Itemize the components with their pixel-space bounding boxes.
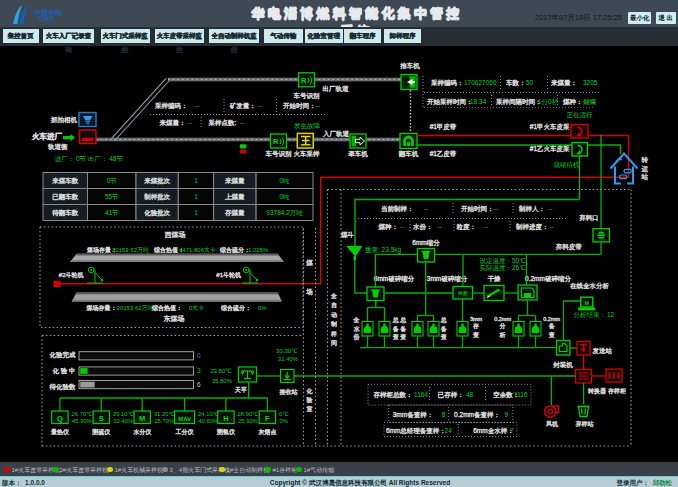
svg-text:煤场存量：: 煤场存量： [87, 305, 117, 312]
svg-text:查: 查 [549, 332, 555, 338]
svg-text:化验完成: 化验完成 [50, 351, 77, 359]
svg-text:制: 制 [331, 321, 337, 328]
svg-text:开始时间：: 开始时间： [461, 205, 494, 213]
svg-text:车号识别: 车号识别 [266, 150, 292, 158]
svg-text:采样编码：: 采样编码： [431, 79, 464, 86]
svg-text:来煤批次: 来煤批次 [144, 177, 171, 185]
svg-text:抓拍相机: 抓拍相机 [51, 116, 78, 124]
svg-text:水: 水 [354, 326, 360, 332]
svg-text:--: -- [548, 205, 552, 212]
svg-text:0节: 0节 [107, 177, 118, 184]
svg-text:测硫仪: 测硫仪 [91, 428, 110, 436]
svg-text:#1甲火车皮采: #1甲火车皮采 [530, 123, 570, 131]
svg-text:弃样站: 弃样站 [576, 420, 594, 428]
svg-text:Q: Q [57, 414, 63, 423]
svg-text:棒磨: 棒磨 [458, 290, 468, 296]
svg-text:31.20℃: 31.20℃ [154, 411, 176, 417]
svg-text:M: M [585, 300, 590, 306]
svg-text:来煤量：: 来煤量： [551, 79, 577, 86]
svg-text:天平: 天平 [235, 386, 247, 393]
svg-text:R: R [273, 137, 279, 146]
svg-text:推车机: 推车机 [400, 62, 420, 69]
svg-text:存: 存 [473, 323, 479, 329]
svg-text:备: 备 [549, 323, 555, 330]
svg-text:0℃: 0℃ [279, 411, 289, 417]
svg-text:F: F [265, 414, 270, 423]
svg-text:工分仪: 工分仪 [176, 428, 194, 435]
svg-text:重量: 23.5kg: 重量: 23.5kg [365, 246, 402, 254]
svg-text:火车进厂: 火车进厂 [31, 132, 63, 141]
svg-text:查: 查 [400, 334, 406, 340]
svg-text:化 验 中: 化 验 中 [52, 367, 75, 375]
svg-text:弃料口: 弃料口 [579, 214, 599, 222]
svg-text:站: 站 [642, 173, 649, 181]
svg-text:6mm缩分: 6mm缩分 [412, 239, 440, 247]
svg-text:正在运行: 正在运行 [567, 111, 594, 118]
svg-text:总: 总 [440, 317, 447, 323]
svg-text:1: 1 [194, 209, 198, 216]
svg-text:来煤量：: 来煤量： [159, 119, 185, 126]
svg-text:查: 查 [441, 334, 447, 340]
svg-text:0.2mm破碎缩分: 0.2mm破碎缩分 [525, 275, 571, 283]
svg-text:28.70%: 28.70% [154, 418, 174, 424]
svg-text:--: -- [400, 223, 404, 230]
svg-text:170627066: 170627066 [464, 79, 497, 86]
svg-text:存样柜总数：: 存样柜总数： [374, 391, 413, 398]
svg-text:20153.62万吨: 20153.62万吨 [117, 305, 154, 311]
svg-text:全: 全 [353, 317, 360, 323]
svg-text:自: 自 [331, 302, 337, 309]
svg-text:29.80℃: 29.80℃ [210, 368, 232, 374]
svg-text:份: 份 [354, 333, 360, 341]
svg-text:待化验数: 待化验数 [50, 383, 77, 391]
svg-text:入厂轨道: 入厂轨道 [323, 130, 350, 137]
svg-text:备: 备 [393, 326, 399, 333]
svg-text:封装机: 封装机 [553, 361, 573, 368]
svg-text:--: -- [316, 102, 320, 109]
svg-text:29.10℃: 29.10℃ [113, 411, 135, 417]
svg-text:0: 0 [197, 352, 201, 359]
svg-text:发送站: 发送站 [593, 347, 613, 355]
svg-text:--: -- [438, 223, 442, 230]
svg-text:转: 转 [642, 156, 649, 163]
svg-text:3mm备查样：: 3mm备查样： [393, 411, 433, 419]
svg-text:1.225%: 1.225% [248, 247, 269, 253]
svg-text:24.10℃: 24.10℃ [198, 411, 220, 417]
svg-text:1164: 1164 [414, 391, 428, 398]
svg-text:总: 总 [392, 317, 399, 323]
svg-text:轨道衡: 轨道衡 [48, 143, 68, 151]
svg-text:#1斗轮机: #1斗轮机 [216, 272, 241, 279]
svg-text:存样柜: 存样柜 [608, 388, 626, 394]
svg-text:制样批次: 制样批次 [144, 193, 171, 201]
svg-text:开始时间：: 开始时间： [283, 102, 316, 110]
svg-text:间: 间 [331, 340, 337, 347]
svg-text:H: H [223, 414, 228, 423]
svg-text:上煤量: 上煤量 [225, 193, 245, 200]
svg-text:查: 查 [473, 332, 479, 338]
svg-text:煤种：: 煤种： [379, 223, 399, 230]
svg-text:东煤场: 东煤场 [164, 315, 185, 323]
svg-text:分: 分 [500, 323, 506, 329]
svg-text:6mm破碎缩分: 6mm破碎缩分 [374, 275, 415, 283]
svg-text:12: 12 [607, 311, 615, 318]
svg-text:样: 样 [331, 331, 337, 337]
svg-text:采样点数:: 采样点数: [209, 119, 237, 126]
svg-text:--: -- [240, 119, 244, 126]
svg-text:量热仪: 量热仪 [51, 429, 69, 436]
svg-text:0.2mm备查样：: 0.2mm备查样： [454, 411, 500, 419]
svg-text:综合硫分：: 综合硫分： [220, 246, 250, 254]
svg-text:#1乙皮带: #1乙皮带 [430, 150, 457, 158]
svg-text:车号识别: 车号识别 [294, 92, 320, 100]
svg-text:化: 化 [307, 388, 313, 395]
svg-text:3mm: 3mm [470, 316, 483, 322]
svg-text:分析结果：: 分析结果： [574, 311, 607, 319]
svg-text:接收站: 接收站 [280, 388, 298, 396]
svg-text:就绪待机: 就绪待机 [553, 161, 581, 169]
svg-text:M: M [139, 414, 145, 423]
svg-text:1: 1 [194, 193, 198, 200]
svg-text:6mm总经理备查样：: 6mm总经理备查样： [386, 427, 446, 435]
svg-text:6: 6 [197, 381, 201, 388]
svg-text:1116: 1116 [514, 391, 528, 398]
svg-text:28.90℃: 28.90℃ [238, 411, 260, 417]
svg-text:24: 24 [445, 427, 453, 434]
svg-text:备: 备 [400, 326, 406, 333]
